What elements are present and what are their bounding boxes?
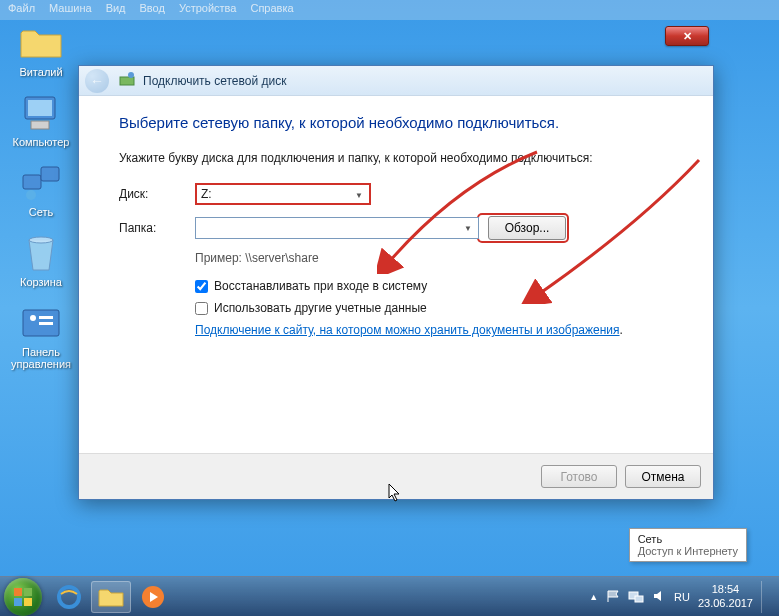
svg-point-12 xyxy=(128,72,134,78)
network-icon xyxy=(18,162,64,204)
tray-show-hidden-icon[interactable]: ▲ xyxy=(589,592,598,602)
drive-label: Диск: xyxy=(119,187,195,201)
control-panel-icon xyxy=(18,302,64,344)
example-text: Пример: \\server\share xyxy=(195,251,673,265)
vm-menu-machine[interactable]: Машина xyxy=(49,2,92,18)
reconnect-checkbox[interactable] xyxy=(195,280,208,293)
recycle-bin-icon xyxy=(18,232,64,274)
svg-point-5 xyxy=(26,190,36,200)
drive-value: Z: xyxy=(201,187,212,201)
connect-website-link[interactable]: Подключение к сайту, на котором можно хр… xyxy=(195,323,620,337)
desktop-icon-control-panel[interactable]: Панель управления xyxy=(4,302,78,370)
chevron-down-icon: ▼ xyxy=(460,220,476,236)
close-icon: ✕ xyxy=(683,30,692,43)
taskbar-media-player[interactable] xyxy=(133,581,173,613)
vm-menu-help[interactable]: Справка xyxy=(250,2,293,18)
taskbar-ie[interactable] xyxy=(49,581,89,613)
reconnect-label: Восстанавливать при входе в систему xyxy=(214,279,427,293)
browse-button[interactable]: Обзор... xyxy=(488,216,566,240)
other-credentials-checkbox[interactable] xyxy=(195,302,208,315)
svg-rect-20 xyxy=(635,596,643,602)
svg-rect-10 xyxy=(39,322,53,325)
svg-rect-9 xyxy=(39,316,53,319)
show-desktop-button[interactable] xyxy=(761,581,769,613)
vm-menu-file[interactable]: Файл xyxy=(8,2,35,18)
finish-button[interactable]: Готово xyxy=(541,465,617,488)
svg-point-8 xyxy=(30,315,36,321)
svg-rect-3 xyxy=(23,175,41,189)
vm-host-menubar: Файл Машина Вид Ввод Устройства Справка xyxy=(0,0,779,20)
network-tooltip: Сеть Доступ к Интернету xyxy=(629,528,747,562)
close-button[interactable]: ✕ xyxy=(665,26,709,46)
svg-rect-11 xyxy=(120,77,134,85)
svg-rect-15 xyxy=(14,598,22,606)
tooltip-line1: Сеть xyxy=(638,533,738,545)
tray-flag-icon[interactable] xyxy=(606,589,620,605)
other-credentials-label: Использовать другие учетные данные xyxy=(214,301,427,315)
folder-icon xyxy=(97,586,125,608)
svg-point-6 xyxy=(29,237,53,243)
tooltip-line2: Доступ к Интернету xyxy=(638,545,738,557)
chevron-down-icon: ▼ xyxy=(351,187,367,203)
taskbar: ▲ RU 18:54 23.06.2017 xyxy=(0,576,779,616)
vm-menu-devices[interactable]: Устройства xyxy=(179,2,237,18)
dialog-body: Выберите сетевую папку, к которой необхо… xyxy=(79,96,713,453)
desktop-icon-network[interactable]: Сеть xyxy=(4,162,78,218)
svg-rect-2 xyxy=(31,121,49,129)
svg-rect-4 xyxy=(41,167,59,181)
vm-menu-input[interactable]: Ввод xyxy=(140,2,165,18)
desktop: Виталий Компьютер Сеть Корзина Панель уп… xyxy=(4,22,78,384)
tray-language[interactable]: RU xyxy=(674,591,690,603)
network-drive-icon xyxy=(119,71,137,90)
system-tray: ▲ RU 18:54 23.06.2017 xyxy=(589,581,775,613)
dialog-instruction: Укажите букву диска для подключения и па… xyxy=(119,151,673,165)
svg-rect-14 xyxy=(24,588,32,596)
dialog-titlebar[interactable]: ← Подключить сетевой диск xyxy=(79,66,713,96)
arrow-left-icon: ← xyxy=(90,73,104,89)
taskbar-explorer[interactable] xyxy=(91,581,131,613)
map-network-drive-dialog: ✕ ← Подключить сетевой диск Выберите сет… xyxy=(78,65,714,500)
tray-clock[interactable]: 18:54 23.06.2017 xyxy=(698,583,753,609)
vm-menu-view[interactable]: Вид xyxy=(106,2,126,18)
svg-rect-16 xyxy=(24,598,32,606)
start-button[interactable] xyxy=(4,578,42,616)
tray-volume-icon[interactable] xyxy=(652,589,666,605)
folder-combobox[interactable]: ▼ xyxy=(195,217,479,239)
desktop-icon-user-folder[interactable]: Виталий xyxy=(4,22,78,78)
dialog-heading: Выберите сетевую папку, к которой необхо… xyxy=(119,114,673,131)
drive-combobox[interactable]: Z: ▼ xyxy=(195,183,371,205)
media-player-icon xyxy=(140,584,166,610)
ie-icon xyxy=(56,584,82,610)
svg-rect-13 xyxy=(14,588,22,596)
dialog-title: Подключить сетевой диск xyxy=(143,74,286,88)
desktop-icon-computer[interactable]: Компьютер xyxy=(4,92,78,148)
windows-logo-icon xyxy=(13,587,33,607)
folder-label: Папка: xyxy=(119,221,195,235)
folder-icon xyxy=(18,22,64,64)
back-button[interactable]: ← xyxy=(85,69,109,93)
tray-network-icon[interactable] xyxy=(628,589,644,605)
cancel-button[interactable]: Отмена xyxy=(625,465,701,488)
desktop-icon-recycle-bin[interactable]: Корзина xyxy=(4,232,78,288)
computer-icon xyxy=(18,92,64,134)
svg-rect-1 xyxy=(28,100,52,116)
dialog-footer: Готово Отмена xyxy=(79,453,713,499)
